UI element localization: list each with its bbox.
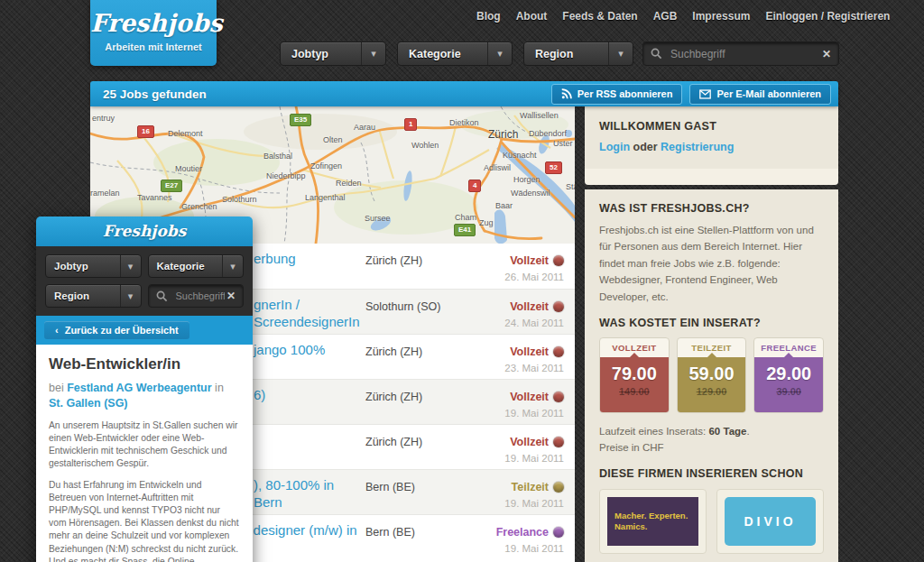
login-link[interactable]: Login: [599, 141, 630, 153]
runtime-duration: 60 Tage: [708, 426, 746, 437]
firms-title: DIESE FIRMEN INSERIEREN SCHON: [599, 467, 824, 480]
job-title-link[interactable]: ), 80-100% in Bern: [254, 477, 360, 511]
popup-region-label: Region: [46, 290, 120, 301]
kategorie-dropdown-label: Kategorie: [398, 48, 487, 60]
pricing-price: 79.00: [600, 364, 669, 384]
job-type-label: Vollzeit: [510, 345, 549, 358]
company-link[interactable]: Festland AG Werbeagentur: [67, 382, 211, 394]
map-town-label: Aarau: [354, 123, 375, 132]
job-type-label: Freelance: [496, 526, 549, 539]
popup-job-title: Web-Entwickler/in: [49, 355, 240, 373]
job-type-badge-icon: [553, 346, 564, 357]
email-icon: [699, 89, 711, 99]
job-title-link[interactable]: gnerIn / ScreendesignerIn: [254, 297, 360, 331]
info-card: WAS IST FRESHJOBS.CH? Freshjobs.ch ist e…: [585, 189, 838, 562]
logo[interactable]: Freshjobs Arbeiten mit Internet: [90, 0, 217, 66]
back-to-overview-button[interactable]: ‹ Zurück zu der Übersicht: [44, 321, 189, 339]
chevron-down-icon: ▾: [608, 42, 633, 65]
rss-subscribe-button[interactable]: Per RSS abonnieren: [551, 84, 683, 105]
job-meta: Vollzeit 23. Mai 2011: [457, 342, 564, 373]
job-title-link[interactable]: jango 100%: [254, 342, 325, 359]
map-town-label: Zürich: [488, 128, 518, 141]
pricing-old-price: 149.00: [600, 386, 669, 397]
job-meta: Vollzeit 19. Mai 2011: [457, 387, 564, 419]
nav-link[interactable]: AGB: [653, 10, 678, 23]
job-date: 24. Mai 2011: [457, 318, 564, 328]
job-type-badge-icon: [553, 301, 564, 312]
runtime-note: Laufzeit eines Inserats: 60 Tage. Preise…: [599, 423, 824, 456]
jobtyp-dropdown-label: Jobtyp: [281, 48, 361, 60]
job-type-badge-icon: [553, 392, 564, 402]
firm-logo-divio[interactable]: DIVIO: [716, 489, 824, 554]
map-town-label: Tavannes: [137, 193, 172, 202]
popup-jobtyp-dropdown[interactable]: Jobtyp ▾: [45, 254, 142, 278]
pricing-card-body: 79.00 149.00: [600, 357, 669, 412]
job-meta: Freelance 19. Mai 2011: [457, 522, 564, 554]
jobtyp-dropdown[interactable]: Jobtyp ▾: [280, 41, 386, 66]
register-link[interactable]: Registrierung: [661, 141, 734, 153]
nav-link[interactable]: Impressum: [692, 10, 750, 23]
job-location: Bern (BE): [365, 477, 457, 493]
job-type-badge-icon: [553, 482, 564, 493]
map-town-label: Küsnacht: [503, 151, 537, 160]
nav-link[interactable]: About: [516, 10, 548, 23]
email-subscribe-button[interactable]: Per E-Mail abonnieren: [689, 84, 831, 105]
job-detail-popup: Freshjobs Jobtyp ▾ Kategorie ▾ Region ▾: [36, 217, 253, 562]
map-town-label: Wädenswil: [511, 189, 550, 198]
map-road-badge: E27: [161, 180, 182, 192]
map-road-badge: 1: [404, 118, 417, 131]
map-town-label: Balsthal: [263, 152, 292, 161]
map-town-label: Sursee: [365, 214, 391, 223]
pricing-price: 59.00: [678, 364, 746, 384]
job-location: Solothurn (SO): [365, 297, 457, 313]
meta-prefix: bei: [49, 382, 64, 394]
map-town-label: Wallisellen: [520, 111, 559, 120]
job-meta: Teilzeit 19. Mai 2011: [457, 477, 564, 509]
map-town-label: Olten: [323, 135, 343, 144]
clear-search-icon[interactable]: ✕: [822, 48, 831, 60]
job-type-label: Vollzeit: [510, 436, 549, 448]
map-road-badge: 4: [468, 180, 481, 192]
map-town-label: Wohlen: [411, 141, 439, 150]
map-town-label: Dietikon: [449, 118, 479, 127]
job-title-link[interactable]: 6): [254, 387, 265, 404]
job-location: Zürich (ZH): [365, 432, 457, 448]
logo-subtitle: Arbeiten mit Internet: [90, 41, 217, 52]
runtime-prefix: Laufzeit eines Inserats:: [599, 426, 708, 437]
kategorie-dropdown[interactable]: Kategorie ▾: [397, 41, 513, 66]
pricing-card-teilzeit[interactable]: TEILZEIT 59.00 129.00: [677, 337, 747, 413]
nav-link[interactable]: Feeds & Daten: [562, 10, 637, 23]
popup-search-input[interactable]: [174, 290, 226, 302]
popup-job-meta: bei Festland AG Werbeagentur in St. Gall…: [49, 381, 240, 411]
map-town-label: Langenthal: [305, 193, 346, 202]
nav-link[interactable]: Einloggen / Registrieren: [765, 10, 890, 23]
popup-search-box: ✕: [148, 284, 245, 308]
popup-region-dropdown[interactable]: Region ▾: [45, 284, 142, 308]
or-label: oder: [633, 141, 658, 153]
location-link[interactable]: St. Gallen (SG): [49, 397, 128, 410]
firm-logo-namics[interactable]: Macher. Experten. Namics.: [599, 489, 707, 554]
map-town-label: Moutier: [175, 164, 202, 173]
welcome-title: WILLKOMMEN GAST: [599, 120, 824, 133]
region-dropdown[interactable]: Region ▾: [523, 41, 633, 66]
pricing-card-freelance[interactable]: FREELANCE 29.00 39.00: [753, 337, 824, 413]
job-meta: Vollzeit 24. Mai 2011: [457, 297, 564, 328]
map-town-label: Cham: [455, 213, 476, 222]
map-town-label: Baar: [495, 201, 513, 210]
welcome-card: WILLKOMMEN GAST Login oder Registrierung: [585, 106, 838, 169]
job-location: Zürich (ZH): [365, 387, 457, 403]
pricing-old-price: 129.00: [678, 386, 746, 397]
clear-search-icon[interactable]: ✕: [226, 290, 236, 302]
results-count: 25 Jobs gefunden: [90, 88, 207, 101]
meta-middle: in: [215, 382, 224, 394]
popup-kategorie-dropdown[interactable]: Kategorie ▾: [148, 254, 245, 278]
popup-paragraph: Du hast Erfahrung im Entwickeln und Betr…: [49, 479, 240, 562]
nav-link[interactable]: Blog: [476, 10, 501, 23]
pricing-card-vollzeit[interactable]: VOLLZEIT 79.00 149.00: [599, 337, 670, 413]
job-type-label: Vollzeit: [510, 391, 549, 403]
search-input[interactable]: [669, 47, 822, 61]
popup-filters: Jobtyp ▾ Kategorie ▾ Region ▾ ✕: [36, 246, 253, 316]
job-title-link[interactable]: erbung: [254, 251, 296, 268]
popup-backbar: ‹ Zurück zu der Übersicht: [36, 316, 253, 345]
pricing-price: 29.00: [754, 364, 823, 384]
